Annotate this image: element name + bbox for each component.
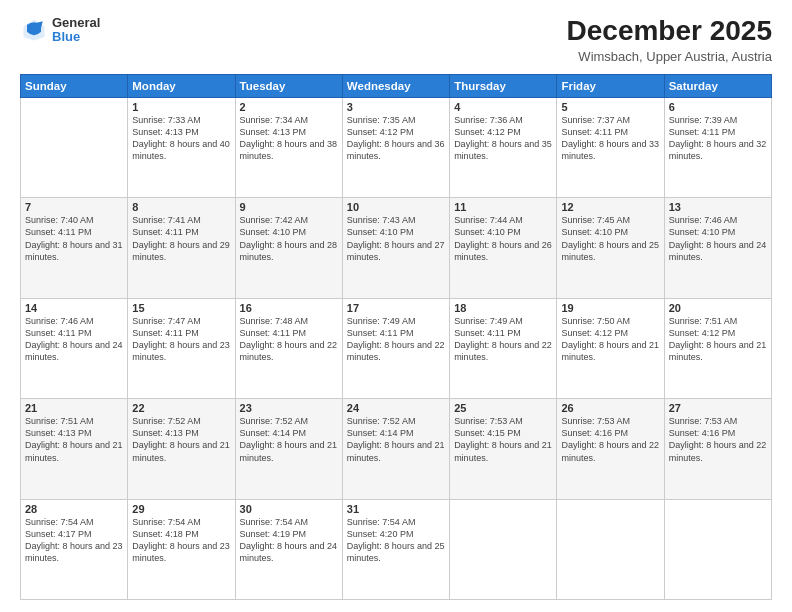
logo: General Blue bbox=[20, 16, 100, 45]
day-number: 10 bbox=[347, 201, 445, 213]
cell-info: Sunrise: 7:40 AMSunset: 4:11 PMDaylight:… bbox=[25, 214, 123, 263]
calendar-cell: 16Sunrise: 7:48 AMSunset: 4:11 PMDayligh… bbox=[235, 298, 342, 398]
calendar-cell: 27Sunrise: 7:53 AMSunset: 4:16 PMDayligh… bbox=[664, 399, 771, 499]
calendar-cell: 15Sunrise: 7:47 AMSunset: 4:11 PMDayligh… bbox=[128, 298, 235, 398]
cell-info: Sunrise: 7:39 AMSunset: 4:11 PMDaylight:… bbox=[669, 114, 767, 163]
day-number: 22 bbox=[132, 402, 230, 414]
cell-info: Sunrise: 7:47 AMSunset: 4:11 PMDaylight:… bbox=[132, 315, 230, 364]
cell-info: Sunrise: 7:52 AMSunset: 4:14 PMDaylight:… bbox=[347, 415, 445, 464]
calendar-header-thursday: Thursday bbox=[450, 74, 557, 97]
calendar-cell: 3Sunrise: 7:35 AMSunset: 4:12 PMDaylight… bbox=[342, 97, 449, 197]
day-number: 28 bbox=[25, 503, 123, 515]
cell-info: Sunrise: 7:53 AMSunset: 4:16 PMDaylight:… bbox=[669, 415, 767, 464]
day-number: 15 bbox=[132, 302, 230, 314]
cell-info: Sunrise: 7:46 AMSunset: 4:10 PMDaylight:… bbox=[669, 214, 767, 263]
logo-icon bbox=[20, 16, 48, 44]
calendar-cell: 2Sunrise: 7:34 AMSunset: 4:13 PMDaylight… bbox=[235, 97, 342, 197]
day-number: 13 bbox=[669, 201, 767, 213]
calendar-cell: 22Sunrise: 7:52 AMSunset: 4:13 PMDayligh… bbox=[128, 399, 235, 499]
calendar-cell: 10Sunrise: 7:43 AMSunset: 4:10 PMDayligh… bbox=[342, 198, 449, 298]
cell-info: Sunrise: 7:45 AMSunset: 4:10 PMDaylight:… bbox=[561, 214, 659, 263]
day-number: 17 bbox=[347, 302, 445, 314]
day-number: 20 bbox=[669, 302, 767, 314]
cell-info: Sunrise: 7:50 AMSunset: 4:12 PMDaylight:… bbox=[561, 315, 659, 364]
calendar-cell: 28Sunrise: 7:54 AMSunset: 4:17 PMDayligh… bbox=[21, 499, 128, 599]
cell-info: Sunrise: 7:52 AMSunset: 4:14 PMDaylight:… bbox=[240, 415, 338, 464]
calendar-header-sunday: Sunday bbox=[21, 74, 128, 97]
calendar-cell: 11Sunrise: 7:44 AMSunset: 4:10 PMDayligh… bbox=[450, 198, 557, 298]
day-number: 7 bbox=[25, 201, 123, 213]
calendar-cell: 21Sunrise: 7:51 AMSunset: 4:13 PMDayligh… bbox=[21, 399, 128, 499]
cell-info: Sunrise: 7:46 AMSunset: 4:11 PMDaylight:… bbox=[25, 315, 123, 364]
calendar-cell bbox=[557, 499, 664, 599]
page: General Blue December 2025 Wimsbach, Upp… bbox=[0, 0, 792, 612]
calendar-cell: 1Sunrise: 7:33 AMSunset: 4:13 PMDaylight… bbox=[128, 97, 235, 197]
subtitle: Wimsbach, Upper Austria, Austria bbox=[567, 49, 772, 64]
cell-info: Sunrise: 7:53 AMSunset: 4:15 PMDaylight:… bbox=[454, 415, 552, 464]
day-number: 9 bbox=[240, 201, 338, 213]
cell-info: Sunrise: 7:51 AMSunset: 4:13 PMDaylight:… bbox=[25, 415, 123, 464]
day-number: 26 bbox=[561, 402, 659, 414]
day-number: 1 bbox=[132, 101, 230, 113]
main-title: December 2025 bbox=[567, 16, 772, 47]
day-number: 24 bbox=[347, 402, 445, 414]
cell-info: Sunrise: 7:54 AMSunset: 4:19 PMDaylight:… bbox=[240, 516, 338, 565]
day-number: 12 bbox=[561, 201, 659, 213]
cell-info: Sunrise: 7:44 AMSunset: 4:10 PMDaylight:… bbox=[454, 214, 552, 263]
cell-info: Sunrise: 7:49 AMSunset: 4:11 PMDaylight:… bbox=[454, 315, 552, 364]
day-number: 19 bbox=[561, 302, 659, 314]
day-number: 27 bbox=[669, 402, 767, 414]
calendar-cell: 31Sunrise: 7:54 AMSunset: 4:20 PMDayligh… bbox=[342, 499, 449, 599]
calendar-cell: 9Sunrise: 7:42 AMSunset: 4:10 PMDaylight… bbox=[235, 198, 342, 298]
calendar-cell: 18Sunrise: 7:49 AMSunset: 4:11 PMDayligh… bbox=[450, 298, 557, 398]
calendar-cell: 12Sunrise: 7:45 AMSunset: 4:10 PMDayligh… bbox=[557, 198, 664, 298]
calendar-cell: 6Sunrise: 7:39 AMSunset: 4:11 PMDaylight… bbox=[664, 97, 771, 197]
calendar-cell: 14Sunrise: 7:46 AMSunset: 4:11 PMDayligh… bbox=[21, 298, 128, 398]
logo-general: General bbox=[52, 16, 100, 30]
day-number: 25 bbox=[454, 402, 552, 414]
calendar-header-tuesday: Tuesday bbox=[235, 74, 342, 97]
calendar-cell bbox=[21, 97, 128, 197]
cell-info: Sunrise: 7:51 AMSunset: 4:12 PMDaylight:… bbox=[669, 315, 767, 364]
day-number: 18 bbox=[454, 302, 552, 314]
cell-info: Sunrise: 7:54 AMSunset: 4:18 PMDaylight:… bbox=[132, 516, 230, 565]
cell-info: Sunrise: 7:33 AMSunset: 4:13 PMDaylight:… bbox=[132, 114, 230, 163]
calendar-header-row: SundayMondayTuesdayWednesdayThursdayFrid… bbox=[21, 74, 772, 97]
calendar-cell bbox=[664, 499, 771, 599]
cell-info: Sunrise: 7:54 AMSunset: 4:20 PMDaylight:… bbox=[347, 516, 445, 565]
calendar-cell: 4Sunrise: 7:36 AMSunset: 4:12 PMDaylight… bbox=[450, 97, 557, 197]
cell-info: Sunrise: 7:49 AMSunset: 4:11 PMDaylight:… bbox=[347, 315, 445, 364]
day-number: 21 bbox=[25, 402, 123, 414]
day-number: 31 bbox=[347, 503, 445, 515]
calendar-cell: 8Sunrise: 7:41 AMSunset: 4:11 PMDaylight… bbox=[128, 198, 235, 298]
day-number: 8 bbox=[132, 201, 230, 213]
calendar-cell: 5Sunrise: 7:37 AMSunset: 4:11 PMDaylight… bbox=[557, 97, 664, 197]
calendar-cell: 29Sunrise: 7:54 AMSunset: 4:18 PMDayligh… bbox=[128, 499, 235, 599]
calendar-week-4: 21Sunrise: 7:51 AMSunset: 4:13 PMDayligh… bbox=[21, 399, 772, 499]
calendar-header-friday: Friday bbox=[557, 74, 664, 97]
cell-info: Sunrise: 7:37 AMSunset: 4:11 PMDaylight:… bbox=[561, 114, 659, 163]
day-number: 11 bbox=[454, 201, 552, 213]
cell-info: Sunrise: 7:53 AMSunset: 4:16 PMDaylight:… bbox=[561, 415, 659, 464]
calendar-header-monday: Monday bbox=[128, 74, 235, 97]
calendar-cell: 17Sunrise: 7:49 AMSunset: 4:11 PMDayligh… bbox=[342, 298, 449, 398]
day-number: 3 bbox=[347, 101, 445, 113]
header: General Blue December 2025 Wimsbach, Upp… bbox=[20, 16, 772, 64]
cell-info: Sunrise: 7:41 AMSunset: 4:11 PMDaylight:… bbox=[132, 214, 230, 263]
day-number: 16 bbox=[240, 302, 338, 314]
calendar-cell: 13Sunrise: 7:46 AMSunset: 4:10 PMDayligh… bbox=[664, 198, 771, 298]
cell-info: Sunrise: 7:54 AMSunset: 4:17 PMDaylight:… bbox=[25, 516, 123, 565]
day-number: 2 bbox=[240, 101, 338, 113]
cell-info: Sunrise: 7:48 AMSunset: 4:11 PMDaylight:… bbox=[240, 315, 338, 364]
calendar-cell: 19Sunrise: 7:50 AMSunset: 4:12 PMDayligh… bbox=[557, 298, 664, 398]
calendar-cell: 23Sunrise: 7:52 AMSunset: 4:14 PMDayligh… bbox=[235, 399, 342, 499]
title-block: December 2025 Wimsbach, Upper Austria, A… bbox=[567, 16, 772, 64]
cell-info: Sunrise: 7:43 AMSunset: 4:10 PMDaylight:… bbox=[347, 214, 445, 263]
calendar-header-wednesday: Wednesday bbox=[342, 74, 449, 97]
calendar-cell: 26Sunrise: 7:53 AMSunset: 4:16 PMDayligh… bbox=[557, 399, 664, 499]
calendar-cell: 30Sunrise: 7:54 AMSunset: 4:19 PMDayligh… bbox=[235, 499, 342, 599]
day-number: 23 bbox=[240, 402, 338, 414]
calendar-table: SundayMondayTuesdayWednesdayThursdayFrid… bbox=[20, 74, 772, 600]
day-number: 30 bbox=[240, 503, 338, 515]
day-number: 29 bbox=[132, 503, 230, 515]
